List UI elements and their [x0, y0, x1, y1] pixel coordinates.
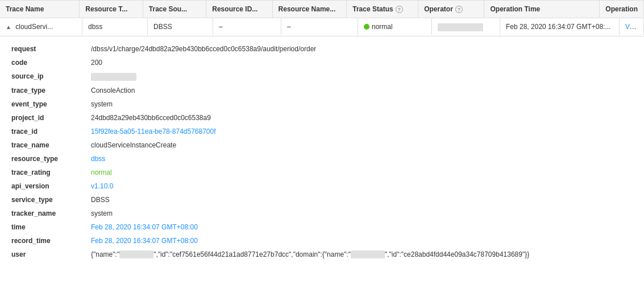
- cell-trace-status: normal: [358, 18, 432, 35]
- detail-trace-type-value: ConsoleAction: [91, 87, 633, 94]
- expand-arrow-icon[interactable]: ▲: [6, 24, 11, 30]
- detail-trace-rating-value: normal: [91, 168, 633, 176]
- detail-trace-id-value: 15f92fea-5a05-11ea-be78-874d5768700f: [91, 128, 633, 135]
- cell-operation: View Trace: [620, 18, 644, 35]
- col-header-resource-type: Resource T...: [80, 1, 143, 18]
- detail-section: request /dbss/v1/charge/24dbd82a29eb430b…: [0, 36, 644, 268]
- status-dot-icon: [364, 24, 369, 30]
- detail-code-label: code: [11, 59, 91, 67]
- detail-trace-type-label: trace_type: [11, 87, 91, 94]
- status-normal-indicator: normal: [364, 23, 426, 31]
- detail-api-version-value: v1.10.0: [91, 182, 633, 190]
- detail-project-id-row: project_id 24dbd82a29eb430bb6cced0c0c653…: [11, 111, 633, 125]
- user-name-redacted: [119, 250, 153, 258]
- detail-project-id-value: 24dbd82a29eb430bb6cced0c0c6538a9: [91, 114, 633, 122]
- detail-record-time-value: Feb 28, 2020 16:34:07 GMT+08:00: [91, 237, 633, 245]
- detail-time-value: Feb 28, 2020 16:34:07 GMT+08:00: [91, 223, 633, 231]
- detail-trace-id-label: trace_id: [11, 128, 91, 135]
- detail-trace-id-row: trace_id 15f92fea-5a05-11ea-be78-874d576…: [11, 125, 633, 138]
- col-operation-label: Operation: [605, 5, 638, 13]
- detail-source-ip-row: source_ip: [11, 69, 633, 84]
- cell-resource-id: –: [213, 18, 281, 35]
- detail-source-ip-value: [91, 72, 633, 81]
- table-row: ▲ cloudServi... dbss DBSS – – normal Feb…: [0, 18, 644, 36]
- detail-tracker-name-label: tracker_name: [11, 209, 91, 217]
- detail-tracker-name-row: tracker_name system: [11, 207, 633, 220]
- cell-trace-name: ▲ cloudServi...: [0, 18, 82, 35]
- resource-name-value: –: [287, 23, 291, 31]
- detail-resource-type-value: dbss: [91, 155, 633, 163]
- detail-api-version-label: api_version: [11, 182, 91, 190]
- detail-event-type-row: event_type system: [11, 97, 633, 111]
- detail-project-id-label: project_id: [11, 114, 91, 122]
- col-trace-name-label: Trace Name: [6, 5, 44, 13]
- cell-resource-type: dbss: [82, 18, 148, 35]
- detail-service-type-row: service_type DBSS: [11, 193, 633, 207]
- detail-resource-type-row: resource_type dbss: [11, 152, 633, 166]
- trace-name-value: cloudServi...: [15, 23, 53, 31]
- operation-time-value: Feb 28, 2020 16:34:07 GMT+08:...: [506, 23, 610, 31]
- detail-trace-name-value: cloudServiceInstanceCreate: [91, 141, 633, 149]
- detail-trace-type-row: trace_type ConsoleAction: [11, 84, 633, 97]
- trace-source-value: DBSS: [153, 23, 172, 31]
- resource-type-value: dbss: [88, 23, 102, 31]
- detail-request-label: request: [11, 45, 91, 53]
- detail-service-type-value: DBSS: [91, 196, 633, 204]
- col-operation-time-label: Operation Time: [490, 5, 540, 13]
- col-header-resource-name: Resource Name...: [273, 1, 347, 18]
- detail-event-type-value: system: [91, 100, 633, 108]
- trace-status-value: normal: [372, 23, 393, 31]
- detail-event-type-label: event_type: [11, 100, 91, 108]
- detail-trace-rating-row: trace_rating normal: [11, 166, 633, 179]
- detail-request-value: /dbss/v1/charge/24dbd82a29eb430bb6cced0c…: [91, 45, 633, 53]
- trace-status-help-icon[interactable]: ?: [396, 6, 403, 13]
- detail-trace-name-row: trace_name cloudServiceInstanceCreate: [11, 138, 633, 152]
- cell-operator: [432, 18, 500, 36]
- resource-id-value: –: [219, 23, 223, 31]
- detail-user-value: {"name":"","id":"cef7561e56f44d21a1ad877…: [91, 250, 633, 259]
- col-trace-source-label: Trace Sou...: [149, 5, 187, 13]
- detail-resource-type-label: resource_type: [11, 155, 91, 163]
- user-value-suffix: ","id":"ce28abd4fdd44e09a34c78709b413689…: [385, 250, 529, 258]
- user-value-prefix: {"name":": [91, 250, 119, 258]
- detail-request-row: request /dbss/v1/charge/24dbd82a29eb430b…: [11, 42, 633, 56]
- operator-redacted: [438, 23, 483, 31]
- table-header: Trace Name Resource T... Trace Sou... Re…: [0, 0, 644, 18]
- detail-service-type-label: service_type: [11, 196, 91, 204]
- col-trace-status-label: Trace Status: [352, 5, 393, 13]
- col-header-resource-id: Resource ID...: [206, 1, 272, 18]
- col-header-operation-time: Operation Time: [484, 1, 600, 18]
- col-resource-id-label: Resource ID...: [212, 5, 257, 13]
- detail-tracker-name-value: system: [91, 209, 633, 217]
- user-value-middle: ","id":"cef7561e56f44d21a1ad8771e27b7dcc…: [153, 250, 351, 258]
- cell-trace-source: DBSS: [148, 18, 213, 35]
- col-header-trace-source: Trace Sou...: [143, 1, 206, 18]
- col-header-trace-status: Trace Status ?: [347, 1, 418, 18]
- detail-code-row: code 200: [11, 56, 633, 69]
- operator-help-icon[interactable]: ?: [455, 6, 463, 13]
- col-header-operator: Operator ?: [418, 1, 484, 18]
- view-trace-link[interactable]: View Trace: [625, 23, 644, 31]
- detail-record-time-label: record_time: [11, 237, 91, 245]
- user-domain-redacted: [351, 250, 385, 258]
- detail-trace-name-label: trace_name: [11, 141, 91, 149]
- detail-user-label: user: [11, 250, 91, 258]
- source-ip-redacted: [91, 73, 136, 81]
- cell-resource-name: –: [281, 18, 358, 35]
- col-header-trace-name: Trace Name: [0, 1, 80, 18]
- col-resource-type-label: Resource T...: [85, 5, 127, 13]
- cell-operation-time: Feb 28, 2020 16:34:07 GMT+08:...: [500, 18, 620, 35]
- detail-trace-rating-label: trace_rating: [11, 168, 91, 176]
- col-header-operation: Operation: [600, 1, 644, 18]
- detail-time-label: time: [11, 223, 91, 231]
- detail-user-row: user {"name":"","id":"cef7561e56f44d21a1…: [11, 248, 633, 262]
- detail-record-time-row: record_time Feb 28, 2020 16:34:07 GMT+08…: [11, 234, 633, 248]
- col-operator-label: Operator: [424, 5, 453, 13]
- detail-code-value: 200: [91, 59, 633, 67]
- col-resource-name-label: Resource Name...: [279, 5, 336, 13]
- detail-source-ip-label: source_ip: [11, 72, 91, 80]
- detail-time-row: time Feb 28, 2020 16:34:07 GMT+08:00: [11, 220, 633, 234]
- detail-api-version-row: api_version v1.10.0: [11, 179, 633, 193]
